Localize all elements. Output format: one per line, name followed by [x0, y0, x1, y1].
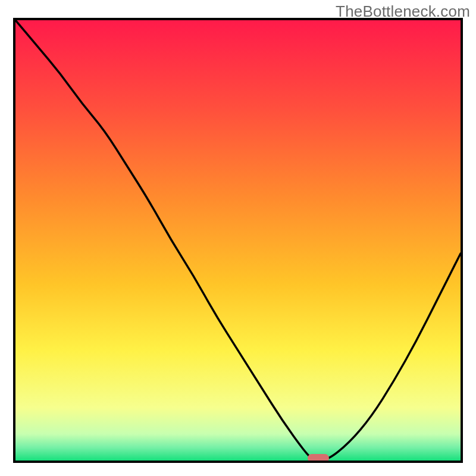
- bottleneck-curve: [15, 20, 461, 461]
- watermark-label: TheBottleneck.com: [336, 2, 470, 21]
- plot-area: [13, 18, 463, 463]
- chart-frame: TheBottleneck.com: [0, 0, 476, 476]
- optimal-point-marker: [308, 454, 329, 462]
